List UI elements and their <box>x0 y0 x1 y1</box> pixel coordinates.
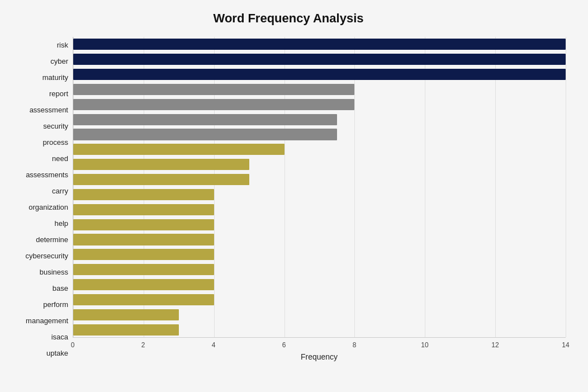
bar-row <box>73 232 566 247</box>
bar-row <box>73 52 566 67</box>
x-tick-label: 12 <box>491 341 499 349</box>
bar-row <box>73 127 566 142</box>
y-label: base <box>53 281 68 296</box>
bar-row <box>73 37 566 52</box>
bar-row <box>73 262 566 277</box>
chart-container: Word Frequency Analysis riskcybermaturit… <box>0 0 588 392</box>
bar <box>73 114 337 125</box>
bar-row <box>73 292 566 307</box>
y-label: organization <box>29 200 68 215</box>
bar <box>73 189 214 200</box>
y-label: help <box>54 216 68 231</box>
bar-row <box>73 97 566 112</box>
bar <box>73 99 354 110</box>
bar <box>73 264 214 275</box>
y-label: isaca <box>51 330 68 344</box>
y-label: perform <box>43 297 68 312</box>
bar-row <box>73 217 566 232</box>
bar <box>73 39 566 50</box>
bar-row <box>73 157 566 172</box>
chart-area: riskcybermaturityreportassessmentsecurit… <box>11 37 566 361</box>
bar <box>73 234 214 245</box>
y-label: maturity <box>42 70 68 85</box>
bars-area <box>73 37 566 338</box>
x-axis-label: Frequency <box>73 352 566 361</box>
x-tick-label: 10 <box>421 341 428 349</box>
bar <box>73 279 214 290</box>
bar-row <box>73 172 566 187</box>
bar <box>73 69 566 80</box>
bar <box>73 309 179 320</box>
x-tick-label: 6 <box>282 341 286 349</box>
x-tick-label: 8 <box>353 341 357 349</box>
bar-row <box>73 247 566 262</box>
bar <box>73 249 214 260</box>
bar <box>73 204 214 215</box>
y-label: business <box>40 265 68 280</box>
y-label: carry <box>52 184 68 199</box>
y-label: security <box>43 119 68 134</box>
y-label: assessment <box>30 103 68 117</box>
x-tick-label: 14 <box>562 341 569 349</box>
bar-row <box>73 202 566 217</box>
y-label: cyber <box>50 54 68 69</box>
bar <box>73 84 354 95</box>
bar-row <box>73 67 566 82</box>
x-tick-label: 0 <box>71 341 75 349</box>
bar <box>73 54 566 65</box>
x-tick-label: 4 <box>212 341 216 349</box>
y-axis: riskcybermaturityreportassessmentsecurit… <box>11 37 73 361</box>
y-label: assessments <box>26 168 68 182</box>
y-label: process <box>42 135 68 150</box>
bar-row <box>73 142 566 157</box>
x-tick-label: 2 <box>141 341 145 349</box>
y-label: report <box>49 87 68 101</box>
bar <box>73 324 179 336</box>
bar-row <box>73 277 566 292</box>
bar <box>73 174 249 185</box>
bar-row <box>73 82 566 97</box>
grid-line <box>566 37 566 337</box>
bars-and-xaxis: 02468101214 Frequency <box>73 37 566 361</box>
bar <box>73 144 284 155</box>
bar-row <box>73 322 566 337</box>
bar <box>73 129 337 140</box>
y-label: need <box>52 152 68 166</box>
y-label: risk <box>57 38 68 53</box>
chart-title: Word Frequency Analysis <box>11 11 566 26</box>
bar <box>73 159 249 170</box>
y-label: cybersecurity <box>25 249 68 263</box>
bar <box>73 294 214 305</box>
y-label: management <box>26 314 68 328</box>
y-label: uptake <box>46 346 68 361</box>
y-label: determine <box>36 233 68 247</box>
bar-row <box>73 187 566 202</box>
bar-row <box>73 307 566 322</box>
bar <box>73 219 214 230</box>
x-axis: 02468101214 <box>73 338 566 349</box>
bar-row <box>73 112 566 127</box>
